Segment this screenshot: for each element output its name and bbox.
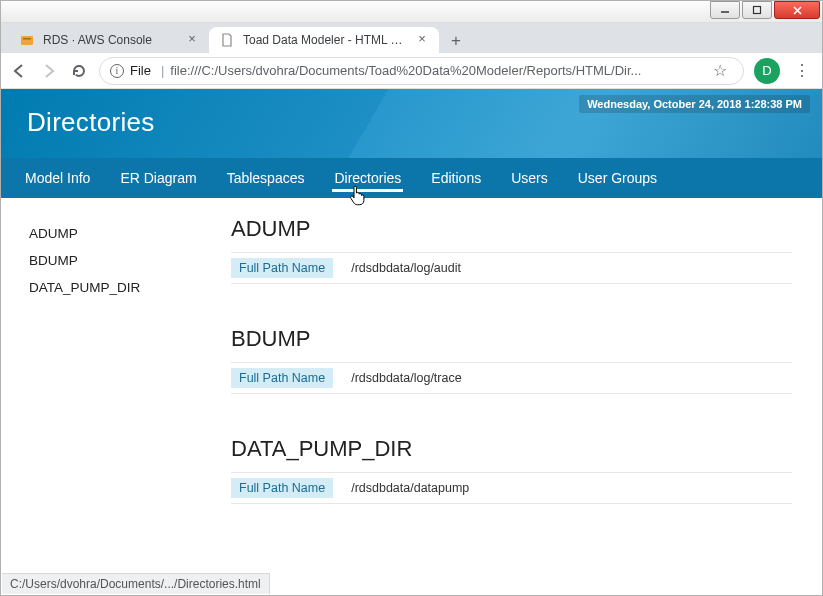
nav-model-info[interactable]: Model Info — [23, 158, 92, 198]
sidebar: ADUMP BDUMP DATA_PUMP_DIR — [1, 212, 221, 556]
file-favicon-icon — [219, 32, 235, 48]
tab-close-icon[interactable]: × — [415, 33, 429, 47]
nav-user-groups[interactable]: User Groups — [576, 158, 659, 198]
field-value: /rdsdbdata/datapump — [351, 481, 469, 495]
directory-block-adump: ADUMP Full Path Name /rdsdbdata/log/audi… — [231, 216, 792, 284]
directory-title: DATA_PUMP_DIR — [231, 436, 792, 462]
status-bar: C:/Users/dvohra/Documents/.../Directorie… — [2, 573, 270, 594]
minimize-button[interactable] — [710, 1, 740, 19]
field-value: /rdsdbdata/log/trace — [351, 371, 462, 385]
nav-directories[interactable]: Directories — [332, 158, 403, 198]
close-button[interactable] — [774, 1, 820, 19]
browser-menu-icon[interactable]: ⋮ — [790, 61, 814, 80]
browser-tab-strip: RDS · AWS Console × Toad Data Modeler - … — [1, 23, 822, 53]
field-value: /rdsdbdata/log/audit — [351, 261, 461, 275]
tab-title: Toad Data Modeler - HTML Repo — [243, 33, 409, 47]
sidebar-item-datapumpdir[interactable]: DATA_PUMP_DIR — [29, 280, 211, 295]
field-label: Full Path Name — [231, 478, 333, 498]
main-panel: ADUMP Full Path Name /rdsdbdata/log/audi… — [221, 212, 822, 556]
directory-title: ADUMP — [231, 216, 792, 242]
back-button[interactable] — [9, 61, 29, 81]
forward-button[interactable] — [39, 61, 59, 81]
report-timestamp: Wednesday, October 24, 2018 1:28:38 PM — [579, 95, 810, 113]
field-label: Full Path Name — [231, 258, 333, 278]
address-bar[interactable]: i File | file:///C:/Users/dvohra/Documen… — [99, 57, 744, 85]
nav-editions[interactable]: Editions — [429, 158, 483, 198]
page-banner: Wednesday, October 24, 2018 1:28:38 PM D… — [1, 89, 822, 158]
browser-tab-toad[interactable]: Toad Data Modeler - HTML Repo × — [209, 27, 439, 53]
profile-avatar[interactable]: D — [754, 58, 780, 84]
url-scheme: File — [130, 63, 151, 78]
new-tab-button[interactable]: + — [443, 29, 469, 53]
directory-block-datapumpdir: DATA_PUMP_DIR Full Path Name /rdsdbdata/… — [231, 436, 792, 504]
field-row: Full Path Name /rdsdbdata/log/audit — [231, 252, 792, 284]
maximize-button[interactable] — [742, 1, 772, 19]
site-info-icon[interactable]: i — [110, 64, 124, 78]
nav-er-diagram[interactable]: ER Diagram — [118, 158, 198, 198]
aws-favicon-icon — [19, 32, 35, 48]
reload-button[interactable] — [69, 61, 89, 81]
url-text: file:///C:/Users/dvohra/Documents/Toad%2… — [170, 63, 707, 78]
field-label: Full Path Name — [231, 368, 333, 388]
browser-tab-aws[interactable]: RDS · AWS Console × — [9, 27, 209, 53]
tab-title: RDS · AWS Console — [43, 33, 179, 47]
svg-rect-5 — [23, 38, 31, 40]
browser-toolbar: i File | file:///C:/Users/dvohra/Documen… — [1, 53, 822, 89]
tab-close-icon[interactable]: × — [185, 33, 199, 47]
nav-users[interactable]: Users — [509, 158, 550, 198]
svg-rect-1 — [754, 7, 761, 14]
field-row: Full Path Name /rdsdbdata/datapump — [231, 472, 792, 504]
directory-title: BDUMP — [231, 326, 792, 352]
directory-block-bdump: BDUMP Full Path Name /rdsdbdata/log/trac… — [231, 326, 792, 394]
field-row: Full Path Name /rdsdbdata/log/trace — [231, 362, 792, 394]
svg-rect-4 — [21, 36, 33, 45]
page-content: Wednesday, October 24, 2018 1:28:38 PM D… — [1, 89, 822, 556]
nav-tablespaces[interactable]: Tablespaces — [225, 158, 307, 198]
bookmark-star-icon[interactable]: ☆ — [713, 61, 727, 80]
sidebar-item-adump[interactable]: ADUMP — [29, 226, 211, 241]
nav-menu-bar: Model Info ER Diagram Tablespaces Direct… — [1, 158, 822, 198]
window-titlebar — [1, 1, 822, 23]
sidebar-item-bdump[interactable]: BDUMP — [29, 253, 211, 268]
